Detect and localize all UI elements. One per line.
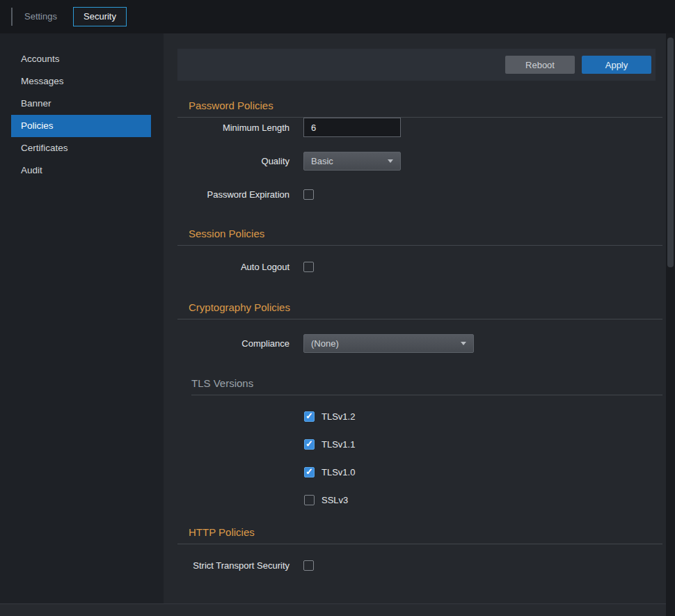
section-divider <box>177 319 662 319</box>
quality-selected-value: Basic <box>311 156 333 166</box>
subsection-tls-versions: TLS Versions TLSv1.2 TLSv1.1 TLSv1.0 <box>191 377 662 505</box>
password-expiration-row: Password Expiration <box>177 184 662 204</box>
section-session-policies: Session Policies Auto Logout <box>177 228 662 276</box>
section-divider <box>191 395 662 395</box>
section-password-policies: Password Policies Minimum Length Quality… <box>177 100 662 204</box>
tls-v1-1-checkbox[interactable] <box>304 439 315 450</box>
quality-label: Quality <box>177 156 289 166</box>
main-content: Reboot Apply Password Policies Minimum L… <box>164 33 666 603</box>
cryptography-policies-title: Cryptography Policies <box>177 301 662 314</box>
sslv3-label: SSLv3 <box>321 495 348 505</box>
password-policies-title: Password Policies <box>177 100 662 112</box>
tls-v1-2-label: TLSv1.2 <box>321 411 355 422</box>
sidebar-item-certificates[interactable]: Certificates <box>11 137 151 159</box>
tls-v1-1-label: TLSv1.1 <box>321 439 355 450</box>
chevron-down-icon <box>461 342 466 345</box>
minimum-length-label: Minimum Length <box>177 123 289 133</box>
auto-logout-checkbox[interactable] <box>303 262 314 272</box>
vertical-scrollbar[interactable] <box>666 33 675 616</box>
compliance-select[interactable]: (None) <box>303 334 474 353</box>
strict-transport-security-label: Strict Transport Security <box>177 560 289 571</box>
minimum-length-input[interactable] <box>303 118 401 137</box>
sidebar-item-messages[interactable]: Messages <box>11 70 151 93</box>
topbar: Settings Security <box>0 0 675 33</box>
topbar-left-divider <box>11 8 13 26</box>
tls-v1-0-checkbox[interactable] <box>304 467 315 477</box>
footer-bar <box>0 603 666 616</box>
policies-form: Password Policies Minimum Length Quality… <box>164 100 666 575</box>
tab-security[interactable]: Security <box>73 7 127 26</box>
section-cryptography-policies: Cryptography Policies Compliance (None) … <box>177 301 662 505</box>
quality-select[interactable]: Basic <box>303 152 401 171</box>
sslv3-row: SSLv3 <box>191 494 662 505</box>
sidebar-item-audit[interactable]: Audit <box>11 159 151 182</box>
password-expiration-label: Password Expiration <box>177 189 289 200</box>
session-policies-title: Session Policies <box>177 228 662 240</box>
tls-v1-0-label: TLSv1.0 <box>321 467 355 477</box>
tls-v1-2-row: TLSv1.2 <box>191 411 662 422</box>
apply-button[interactable]: Apply <box>582 56 651 74</box>
minimum-length-row: Minimum Length <box>177 118 662 137</box>
reboot-button[interactable]: Reboot <box>505 56 575 74</box>
scrollbar-thumb[interactable] <box>667 38 674 267</box>
tls-version-list: TLSv1.2 TLSv1.1 TLSv1.0 SSLv3 <box>191 411 662 505</box>
compliance-label: Compliance <box>177 338 289 349</box>
strict-transport-security-checkbox[interactable] <box>303 560 314 571</box>
tls-v1-2-checkbox[interactable] <box>304 411 315 422</box>
compliance-row: Compliance (None) <box>177 333 662 353</box>
strict-transport-security-row: Strict Transport Security <box>177 555 662 575</box>
sidebar-item-policies[interactable]: Policies <box>11 115 151 137</box>
tab-settings[interactable]: Settings <box>24 11 57 22</box>
chevron-down-icon <box>388 159 393 163</box>
sidebar: Accounts Messages Banner Policies Certif… <box>0 33 164 603</box>
section-http-policies: HTTP Policies Strict Transport Security <box>177 526 662 575</box>
tls-v1-0-row: TLSv1.0 <box>191 466 662 477</box>
sslv3-checkbox[interactable] <box>304 495 315 505</box>
compliance-selected-value: (None) <box>311 338 339 349</box>
section-divider <box>177 544 662 544</box>
quality-row: Quality Basic <box>177 151 662 171</box>
auto-logout-row: Auto Logout <box>177 257 662 276</box>
tls-versions-title: TLS Versions <box>191 377 662 390</box>
sidebar-item-accounts[interactable]: Accounts <box>11 48 151 70</box>
tls-v1-1-row: TLSv1.1 <box>191 439 662 450</box>
sidebar-item-banner[interactable]: Banner <box>11 93 151 115</box>
action-toolbar: Reboot Apply <box>177 49 656 81</box>
section-divider <box>177 245 662 246</box>
password-expiration-checkbox[interactable] <box>303 189 314 200</box>
auto-logout-label: Auto Logout <box>177 262 289 272</box>
http-policies-title: HTTP Policies <box>177 526 662 539</box>
